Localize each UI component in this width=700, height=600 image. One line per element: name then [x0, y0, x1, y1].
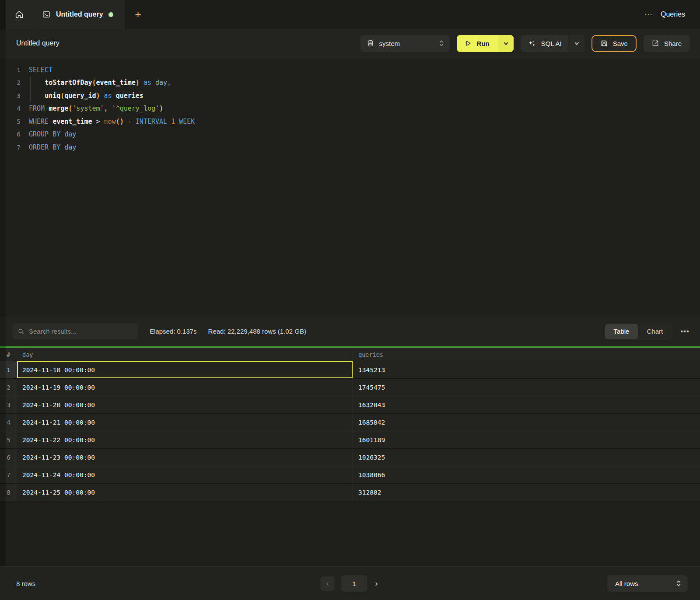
queries-cell[interactable]: 312882 [353, 484, 700, 501]
database-icon [367, 39, 374, 47]
panel-menu-icon[interactable]: ⋯ [644, 10, 653, 18]
column-header-index[interactable]: # [0, 348, 17, 361]
run-split-button: Run [457, 35, 514, 52]
day-cell[interactable]: 2024-11-21 00:00:00 [17, 414, 353, 431]
run-options-button[interactable] [498, 35, 514, 52]
new-tab-button[interactable]: + [125, 0, 152, 29]
row-count: 8 rows [16, 580, 35, 587]
save-icon [600, 39, 608, 47]
queries-cell[interactable]: 1632043 [353, 396, 700, 413]
queries-cell[interactable]: 1026325 [353, 449, 700, 466]
line-number: 7 [9, 144, 21, 151]
pagination: ‹ 1 › [320, 575, 379, 592]
table-header-row: # day queries [0, 348, 700, 361]
code-lines: 1SELECT2 toStartOfDay(event_time) as day… [9, 63, 700, 154]
tab-label: Untitled query [56, 10, 103, 18]
code-line[interactable]: 5WHERE event_time > now() - INTERVAL 1 W… [9, 115, 700, 128]
day-cell[interactable]: 2024-11-18 00:00:00 [17, 361, 353, 378]
table-row: 62024-11-23 00:00:001026325 [0, 449, 700, 466]
row-index-cell[interactable]: 6 [0, 449, 17, 466]
code-line[interactable]: 7ORDER BY day [9, 141, 700, 154]
code-line[interactable]: 6GROUP BY day [9, 128, 700, 141]
code-line[interactable]: 1SELECT [9, 63, 700, 77]
day-cell[interactable]: 2024-11-24 00:00:00 [17, 466, 353, 483]
code-line[interactable]: 2 toStartOfDay(event_time) as day, [9, 77, 700, 90]
page-size-selector[interactable]: All rows [607, 575, 688, 592]
queries-panel-toggle[interactable]: Queries [661, 10, 685, 18]
query-title: Untitled query [16, 39, 60, 47]
day-cell[interactable]: 2024-11-25 00:00:00 [17, 484, 353, 501]
sql-console-app: Untitled query + ⋯ Queries Untitled quer… [0, 0, 700, 600]
page-size-value: All rows [615, 580, 638, 587]
row-index-cell[interactable]: 7 [0, 466, 17, 483]
tab-untitled-query[interactable]: Untitled query [33, 0, 125, 29]
save-button[interactable]: Save [592, 35, 637, 52]
results-toolbar: Elapsed: 0.137s Read: 22,229,488 rows (1… [0, 316, 700, 346]
day-cell[interactable]: 2024-11-19 00:00:00 [17, 379, 353, 396]
row-index-cell[interactable]: 4 [0, 414, 17, 431]
share-button[interactable]: Share [644, 35, 690, 52]
query-toolbar: Untitled query system [0, 29, 700, 58]
queries-cell[interactable]: 1038066 [353, 466, 700, 483]
table-row: 32024-11-20 00:00:001632043 [0, 396, 700, 414]
line-number: 1 [9, 66, 21, 73]
play-icon [465, 40, 472, 47]
row-index-cell[interactable]: 2 [0, 379, 17, 396]
unsaved-dot-icon [108, 12, 113, 17]
queries-cell[interactable]: 1345213 [353, 361, 700, 378]
tab-table-view[interactable]: Table [605, 324, 638, 339]
row-index-cell[interactable]: 5 [0, 431, 17, 448]
queries-cell[interactable]: 1685842 [353, 414, 700, 431]
column-header-day[interactable]: day [17, 348, 353, 361]
sql-ai-options-button[interactable] [569, 35, 584, 52]
code-line[interactable]: 3 uniq(query_id) as queries [9, 89, 700, 102]
row-index-cell[interactable]: 3 [0, 396, 17, 413]
database-selector-value: system [379, 40, 400, 47]
next-page-button[interactable]: › [373, 579, 379, 588]
row-index-cell[interactable]: 1 [0, 361, 17, 378]
search-results-input[interactable] [29, 328, 133, 335]
day-cell[interactable]: 2024-11-20 00:00:00 [17, 396, 353, 413]
run-button[interactable]: Run [457, 35, 498, 52]
search-icon [18, 328, 24, 335]
tab-bar: Untitled query + ⋯ Queries [0, 0, 700, 29]
sql-ai-button[interactable]: SQL AI [521, 35, 569, 52]
code-line[interactable]: 4FROM merge('system', '^query_log') [9, 102, 700, 115]
row-index-cell[interactable]: 8 [0, 484, 17, 501]
run-button-label: Run [477, 40, 490, 47]
table-row: 42024-11-21 00:00:001685842 [0, 414, 700, 431]
line-number: 2 [9, 79, 21, 86]
chevron-down-icon [503, 41, 509, 46]
table-row: 12024-11-18 00:00:001345213 [0, 361, 700, 379]
table-empty-area [0, 501, 700, 566]
chevron-down-icon [574, 41, 580, 46]
view-switcher: Table Chart [604, 323, 673, 340]
prev-page-button[interactable]: ‹ [320, 576, 335, 591]
results-menu-icon[interactable]: ••• [680, 327, 690, 336]
read-stat: Read: 22,229,488 rows (1.02 GB) [208, 328, 306, 335]
current-page-button[interactable]: 1 [341, 575, 367, 592]
database-selector[interactable]: system [360, 35, 450, 52]
line-number: 4 [9, 105, 21, 112]
share-icon [651, 39, 659, 47]
day-cell[interactable]: 2024-11-22 00:00:00 [17, 431, 353, 448]
home-button[interactable] [6, 0, 33, 29]
results-table: # day queries 12024-11-18 00:00:00134521… [0, 348, 700, 566]
day-cell[interactable]: 2024-11-23 00:00:00 [17, 449, 353, 466]
sql-ai-button-label: SQL AI [541, 40, 562, 47]
chevron-left-icon: ‹ [326, 579, 329, 588]
search-results-box[interactable] [12, 323, 138, 339]
sql-ai-split-button: SQL AI [521, 35, 584, 52]
sql-editor[interactable]: 1SELECT2 toStartOfDay(event_time) as day… [0, 58, 700, 316]
elapsed-stat: Elapsed: 0.137s [150, 328, 197, 335]
home-icon [14, 10, 24, 19]
table-body: 12024-11-18 00:00:00134521322024-11-19 0… [0, 361, 700, 501]
updown-chevrons-icon [676, 580, 682, 587]
column-header-queries[interactable]: queries [353, 348, 700, 361]
queries-cell[interactable]: 1601189 [353, 431, 700, 448]
tab-chart-view[interactable]: Chart [638, 324, 672, 339]
table-row: 22024-11-19 00:00:001745475 [0, 379, 700, 396]
line-number: 3 [9, 92, 21, 99]
queries-cell[interactable]: 1745475 [353, 379, 700, 396]
results-footer: 8 rows ‹ 1 › All rows [0, 566, 700, 600]
